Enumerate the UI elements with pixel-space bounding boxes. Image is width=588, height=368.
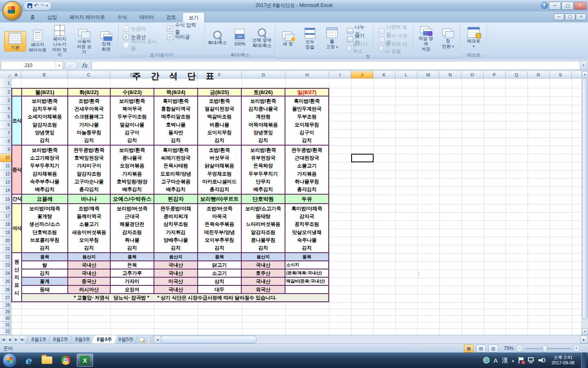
scroll-up-button[interactable]: ▲ [582,71,588,78]
origin-cell[interactable]: 동태 [22,286,67,293]
menu-cell[interactable]: 보리밥/흰죽콩나물국오징어볶음가지볶음호박잎찜/쌈장배추김치 [111,146,154,194]
menu-cell[interactable]: 완두콩밥/흰죽호박잎된장국가자미구이알감자조림고구마순나물총각김치 [68,146,110,194]
origin-cell[interactable]: 돈육 [111,261,154,269]
menu-cell[interactable]: 보리밥/흰죽북어무국두부구이조림얼갈이나물김구이김치 [111,96,154,145]
row-header-2[interactable]: 2 [0,88,11,96]
meal-label-조식[interactable]: 조식 [12,96,21,145]
origin-cell[interactable]: 국내산 [68,269,110,277]
origin-cell[interactable]: 러시아산 [68,286,110,293]
column-header-L[interactable]: L [395,71,417,79]
origin-cell[interactable]: 국내산 [154,269,197,277]
zoom-out-button[interactable]: − [516,345,523,352]
column-header-M[interactable]: M [417,71,439,79]
row-header-24[interactable]: 24 [0,269,11,278]
day-header-cell[interactable]: 월(8/21) [22,89,67,96]
custom-views-button[interactable]: 사용자지정 보기 [74,27,95,56]
normal-view-button[interactable]: 기본 [4,31,26,52]
zoom-level[interactable]: 75% [501,346,514,351]
row-header-23[interactable]: 23 [0,261,11,269]
first-sheet-button[interactable]: |◀ [0,335,7,344]
column-header-S[interactable]: S [550,71,572,79]
snack-cell[interactable]: 바나나 [68,195,110,203]
menu-cell[interactable]: 흑미밥/야채죽감자국꽁치무조림맛살오이냉채숙주나물김치 [285,204,328,252]
checkbox-메시지 표시줄[interactable]: 메시지 표시줄 [123,42,161,48]
select-all-button[interactable] [0,71,12,79]
freeze-panes-button[interactable]: 틀고정 ▾ [321,26,343,51]
snack-cell[interactable]: 두유 [285,195,328,203]
row-header-7[interactable]: 7 [0,129,11,137]
column-header-K[interactable]: K [373,71,395,79]
row-header-28[interactable]: 28 [0,302,11,309]
ime-alpha-mode[interactable]: A [494,357,498,364]
ribbon-tab-페이지 레이아웃[interactable]: 페이지 레이아웃 [64,12,111,23]
day-header-cell[interactable]: 토(8/26) [242,89,285,96]
workbook-close-button[interactable]: × [576,13,586,20]
origin-label[interactable]: 원산지표시 [12,253,21,301]
switch-windows-button[interactable]: 창전환 ▾ [437,27,459,50]
menu-cell[interactable]: 보리밥/버섯죽근대국해물경단전감자조림취나물김치 [111,204,154,252]
origin-cell[interactable]: 김치 [22,269,67,277]
row-header-18[interactable]: 18 [0,220,11,229]
row-header-13[interactable]: 13 [0,178,11,186]
row-header-16[interactable]: 16 [0,204,11,212]
insert-worksheet-tab[interactable] [134,335,149,344]
action-center-flag-icon[interactable]: × [518,357,524,364]
origin-cell[interactable]: 국내산 [242,278,285,285]
office-button[interactable] [2,1,22,20]
page-layout-view-button[interactable]: 페이지레이아웃 [27,29,48,54]
ribbon-tab-홈[interactable]: 홈 [24,12,41,23]
origin-cell[interactable]: 호주산 [242,269,285,277]
menu-cell[interactable]: 흑미밥/흰죽씨레기된장국돈육사태찜도토리묵/양념고구마순볶음배추김치 [154,146,197,194]
menu-cell[interactable]: 흑미밥/흰죽물만두계란국두부조림오이채무침김구이김치 [285,96,328,145]
origin-cell[interactable]: 중국산 [68,278,110,285]
menu-cell[interactable]: 보리밥/야채죽꽃게탕생선까스/소스단호박조림브로콜리무침김치 [22,204,67,252]
zoom-button[interactable]: 확대/축소 [207,29,228,46]
origin-cell[interactable]: 쌀 [22,261,67,269]
row-header-12[interactable]: 12 [0,170,11,178]
origin-cell[interactable]: 꽃게 [22,278,67,285]
row-header-6[interactable]: 6 [0,121,11,129]
horizontal-scroll-thumb[interactable] [161,336,256,343]
previous-sheet-button[interactable]: ◀ [7,335,13,344]
row-header-17[interactable]: 17 [0,212,11,220]
origin-header-cell[interactable]: 품목 [285,253,328,260]
horizontal-scrollbar[interactable]: ◀ ▶ [153,335,588,344]
new-window-button[interactable]: 새 창 [277,30,298,47]
page-break-view-toggle[interactable]: ▥ [488,345,498,352]
unhide-button[interactable]: 숨기기 취소 [346,44,369,52]
origin-header-cell[interactable]: 품목 [111,253,154,260]
row-header-4[interactable]: 4 [0,105,11,113]
origin-header-cell[interactable]: 원산지 [68,253,110,260]
day-header-cell[interactable]: 금(8/25) [198,89,241,96]
workbook-minimize-button[interactable]: ─ [554,13,564,20]
scroll-left-button[interactable]: ◀ [154,336,161,343]
origin-cell[interactable]: 국내산 [154,261,197,269]
language-bar-icon[interactable] [483,357,490,364]
arrange-all-button[interactable]: 모두정렬 [299,27,321,51]
volume-icon[interactable] [539,357,545,363]
row-header-30[interactable]: 30 [0,315,11,322]
row-header-11[interactable]: 11 [0,162,11,170]
ime-hanja-mode[interactable]: 漢 [502,357,508,364]
origin-cell[interactable]: 미국산 [154,278,197,285]
origin-cell[interactable]: 떡갈비(돈육:국내산) [285,278,328,285]
row-header-31[interactable]: 31 [0,322,11,328]
ribbon-tab-수식[interactable]: 수식 [111,12,133,23]
column-header-I[interactable]: I [329,71,351,79]
row-header-3[interactable]: 3 [0,96,11,105]
ribbon-tab-삽입[interactable]: 삽입 [42,12,63,23]
snack-cell[interactable]: 요플레 [22,195,67,203]
menu-cell[interactable]: 흑미밥/흰죽홍합살미역국메추리알조림호박나물돌자반김치 [154,96,197,145]
scroll-right-button[interactable]: ▶ [580,336,588,343]
origin-cell[interactable]: 오징어 [111,286,154,293]
tab-splitter[interactable] [150,335,153,344]
full-screen-button[interactable]: 전체화면 [96,30,117,53]
row-header-14[interactable]: 14 [0,186,11,195]
column-header-R[interactable]: R [528,71,550,79]
menu-cell[interactable]: 조밥/버섯죽아욱국돈육숙주볶음데친두부/양념오이부추무침김치 [198,204,241,252]
column-header-J[interactable]: J [351,71,373,79]
scroll-down-button[interactable]: ▼ [582,328,588,335]
normal-view-toggle[interactable]: ▦ [464,345,474,352]
origin-cell[interactable]: 고추가루 [111,269,154,277]
menu-cell[interactable]: 보리밥/흰죽소고기해장국두부두루치기감자채볶음숙주부추나물배추김치 [22,146,67,194]
